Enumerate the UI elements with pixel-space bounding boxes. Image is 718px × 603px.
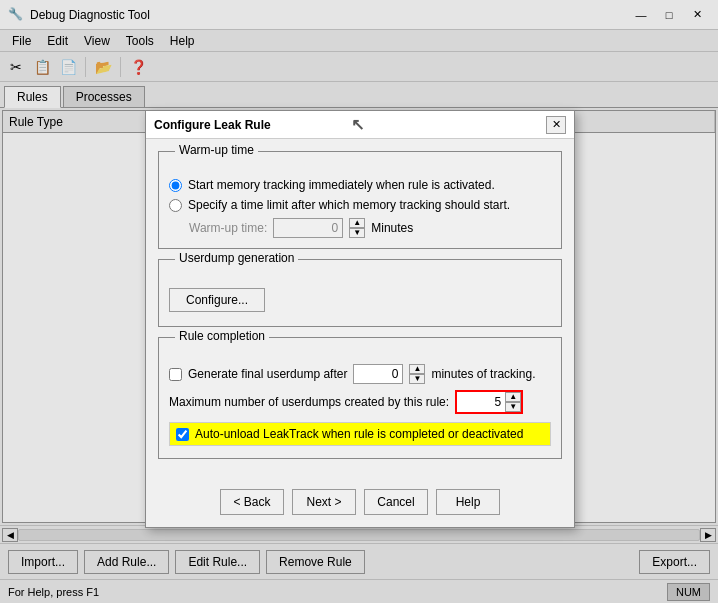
warmup-group-title: Warm-up time (175, 143, 258, 157)
next-button[interactable]: Next > (292, 489, 356, 515)
auto-unload-label: Auto-unload LeakTrack when rule is compl… (195, 427, 523, 441)
warmup-time-input[interactable]: 0 (273, 218, 343, 238)
rule-completion-group: Rule completion Generate final userdump … (158, 337, 562, 459)
max-spin-up[interactable]: ▲ (505, 392, 521, 402)
generate-spin-up[interactable]: ▲ (409, 364, 425, 374)
dialog-title-text: Configure Leak Rule (154, 118, 271, 132)
warmup-group: Warm-up time Start memory tracking immed… (158, 151, 562, 249)
cursor-indicator: ↖ (351, 115, 364, 134)
radio-timelimit-label: Specify a time limit after which memory … (188, 198, 510, 212)
userdump-group-title: Userdump generation (175, 251, 298, 265)
back-button[interactable]: < Back (220, 489, 284, 515)
warmup-unit-label: Minutes (371, 221, 413, 235)
warmup-spin-down[interactable]: ▼ (349, 228, 365, 238)
max-spinner: ▲ ▼ (505, 392, 521, 412)
configure-button[interactable]: Configure... (169, 288, 265, 312)
radio-timelimit[interactable]: Specify a time limit after which memory … (169, 198, 551, 212)
generate-label: Generate final userdump after (188, 367, 347, 381)
warmup-time-row: Warm-up time: 0 ▲ ▼ Minutes (169, 218, 551, 238)
max-userdumps-input[interactable] (457, 392, 505, 412)
generate-unit: minutes of tracking. (431, 367, 535, 381)
dialog-title-bar: Configure Leak Rule ↖ ✕ (146, 111, 574, 139)
warmup-spin-up[interactable]: ▲ (349, 218, 365, 228)
max-spin-down[interactable]: ▼ (505, 402, 521, 412)
dialog-close-button[interactable]: ✕ (546, 116, 566, 134)
warmup-time-label: Warm-up time: (189, 221, 267, 235)
radio-immediate[interactable]: Start memory tracking immediately when r… (169, 178, 551, 192)
generate-final-row: Generate final userdump after ▲ ▼ minute… (169, 364, 551, 384)
auto-unload-checkbox[interactable] (176, 428, 189, 441)
max-userdumps-row: Maximum number of userdumps created by t… (169, 390, 551, 414)
configure-leak-rule-dialog: Configure Leak Rule ↖ ✕ Warm-up time Sta… (145, 110, 575, 528)
radio-immediate-label: Start memory tracking immediately when r… (188, 178, 495, 192)
warmup-spinner: ▲ ▼ (349, 218, 365, 238)
generate-spin-down[interactable]: ▼ (409, 374, 425, 384)
userdump-group: Userdump generation Configure... (158, 259, 562, 327)
rule-completion-title: Rule completion (175, 329, 269, 343)
generate-spinner: ▲ ▼ (409, 364, 425, 384)
max-input-wrapper: ▲ ▼ (455, 390, 523, 414)
auto-unload-row: Auto-unload LeakTrack when rule is compl… (169, 422, 551, 446)
modal-overlay: Configure Leak Rule ↖ ✕ Warm-up time Sta… (0, 0, 718, 603)
generate-final-checkbox[interactable] (169, 368, 182, 381)
cancel-button[interactable]: Cancel (364, 489, 428, 515)
dialog-body: Warm-up time Start memory tracking immed… (146, 139, 574, 481)
max-label: Maximum number of userdumps created by t… (169, 395, 449, 409)
generate-value-input[interactable] (353, 364, 403, 384)
help-dialog-button[interactable]: Help (436, 489, 500, 515)
dialog-buttons: < Back Next > Cancel Help (146, 481, 574, 527)
